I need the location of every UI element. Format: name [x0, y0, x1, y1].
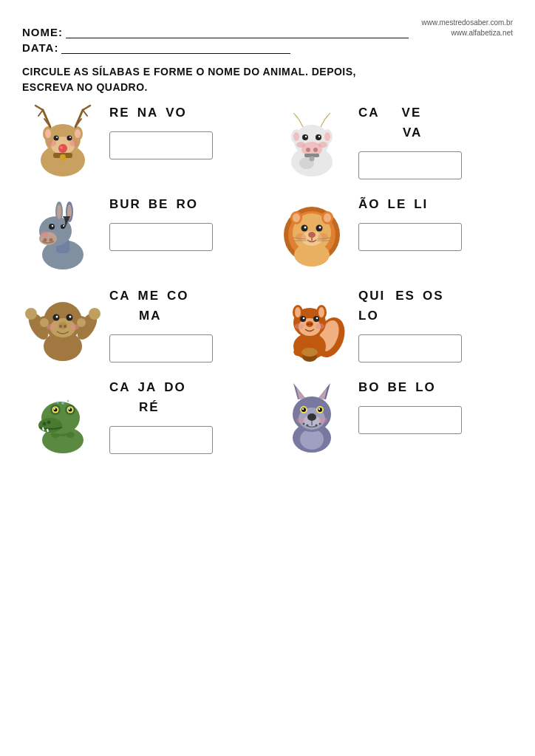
syl-na: NA — [137, 103, 159, 123]
svg-line-11 — [83, 106, 90, 110]
svg-point-34 — [318, 136, 320, 137]
svg-point-47 — [44, 238, 47, 242]
syl-ca2: CA — [109, 286, 131, 306]
crocodile-syllables: CA JA DO RÉ — [109, 377, 264, 417]
svg-point-156 — [302, 408, 304, 410]
svg-point-118 — [316, 317, 318, 320]
svg-point-38 — [324, 132, 330, 141]
svg-point-36 — [293, 132, 299, 141]
reindeer-syllables: RE NA VO — [109, 103, 264, 123]
svg-line-137 — [43, 427, 44, 430]
svg-point-133 — [54, 408, 58, 412]
syl-lo: LO — [358, 306, 379, 326]
crocodile-right: CA JA DO RÉ — [109, 377, 264, 454]
syl-le: LE — [388, 194, 407, 214]
svg-point-135 — [54, 408, 55, 410]
syl-bo: BO — [358, 377, 381, 397]
svg-point-18 — [67, 136, 72, 141]
animal-card-reindeer: RE NA VO — [22, 103, 264, 184]
svg-point-73 — [296, 233, 306, 241]
svg-point-19 — [56, 137, 58, 138]
svg-point-63 — [293, 213, 300, 222]
data-line — [61, 53, 290, 54]
svg-point-110 — [318, 307, 324, 317]
monkey-syllables: CA ME CO MA — [109, 286, 264, 326]
animal-card-squirrel: QUI ES OS LO — [271, 286, 513, 367]
lion-syllables: ÃO LE LI — [358, 194, 513, 214]
syl-ca: CA — [358, 103, 380, 123]
syl-me: ME — [138, 286, 160, 306]
svg-point-117 — [303, 317, 305, 320]
crocodile-answer-box[interactable] — [109, 426, 213, 454]
squirrel-right: QUI ES OS LO — [358, 286, 513, 362]
header: NOME: www.mestredosaber.com.br www.alfab… — [22, 18, 513, 54]
svg-point-3 — [45, 129, 51, 138]
svg-point-52 — [63, 225, 64, 227]
svg-point-33 — [305, 136, 307, 137]
svg-line-8 — [38, 110, 43, 116]
squirrel-answer-box[interactable] — [358, 334, 462, 362]
syl-es: ES — [395, 286, 415, 306]
reindeer-image — [22, 103, 103, 184]
syl-ve: VE — [402, 103, 422, 123]
svg-point-40 — [310, 157, 315, 162]
svg-point-134 — [69, 408, 72, 412]
svg-point-24 — [69, 140, 78, 146]
svg-point-163 — [319, 423, 321, 425]
syl-do: DO — [164, 377, 186, 397]
lion-answer-box[interactable] — [358, 223, 462, 251]
monkey-answer-box[interactable] — [109, 334, 213, 362]
syl-ro: RO — [176, 194, 198, 214]
reindeer-answer-box[interactable] — [109, 131, 213, 159]
svg-point-128 — [47, 421, 51, 425]
svg-point-71 — [304, 227, 307, 229]
svg-point-32 — [316, 134, 321, 140]
svg-point-139 — [61, 402, 64, 405]
animal-card-cow: CA VE VA — [271, 103, 513, 184]
syl-vo: VO — [166, 103, 187, 123]
squirrel-syllables: QUI ES OS LO — [358, 286, 513, 326]
svg-point-157 — [318, 408, 320, 410]
syl-co: CO — [167, 286, 189, 306]
svg-point-108 — [295, 307, 301, 317]
svg-point-115 — [300, 316, 306, 322]
monkey-right: CA ME CO MA — [109, 286, 264, 362]
svg-point-160 — [318, 417, 327, 423]
svg-point-164 — [316, 425, 318, 427]
syl-re: RÉ — [139, 397, 160, 417]
animal-card-lion: ÃO LE LI — [271, 194, 513, 275]
syl-li: LI — [414, 194, 428, 214]
donkey-right: BUR BE RO — [109, 194, 264, 251]
syl-va: VA — [403, 123, 422, 142]
syl-be2: BE — [388, 377, 409, 397]
animals-grid: RE NA VO — [22, 103, 513, 458]
svg-point-140 — [67, 400, 69, 402]
wolf-answer-box[interactable] — [358, 406, 462, 434]
svg-point-20 — [69, 137, 71, 138]
svg-point-41 — [296, 142, 305, 148]
donkey-answer-box[interactable] — [109, 223, 213, 251]
squirrel-image — [271, 286, 352, 367]
svg-point-57 — [41, 231, 48, 237]
svg-point-97 — [47, 324, 55, 330]
svg-point-154 — [301, 408, 306, 412]
cow-image — [271, 103, 352, 184]
svg-point-141 — [57, 402, 59, 404]
syl-qui: QUI — [358, 286, 385, 306]
svg-point-72 — [319, 227, 321, 229]
svg-point-92 — [64, 325, 67, 328]
svg-point-17 — [54, 136, 59, 141]
animal-card-crocodile: CA JA DO RÉ — [22, 377, 264, 458]
animal-card-donkey: BUR BE RO — [22, 194, 264, 275]
svg-point-127 — [43, 422, 47, 426]
svg-point-155 — [318, 408, 322, 412]
cow-syllables: CA VE VA — [358, 103, 513, 142]
svg-point-65 — [324, 213, 331, 222]
svg-point-42 — [318, 142, 327, 148]
cow-answer-box[interactable] — [358, 151, 462, 179]
syl-ma: MA — [139, 306, 161, 326]
animal-card-monkey: CA ME CO MA — [22, 286, 264, 367]
svg-point-159 — [296, 417, 305, 423]
svg-line-12 — [83, 110, 87, 116]
svg-point-51 — [52, 225, 53, 227]
